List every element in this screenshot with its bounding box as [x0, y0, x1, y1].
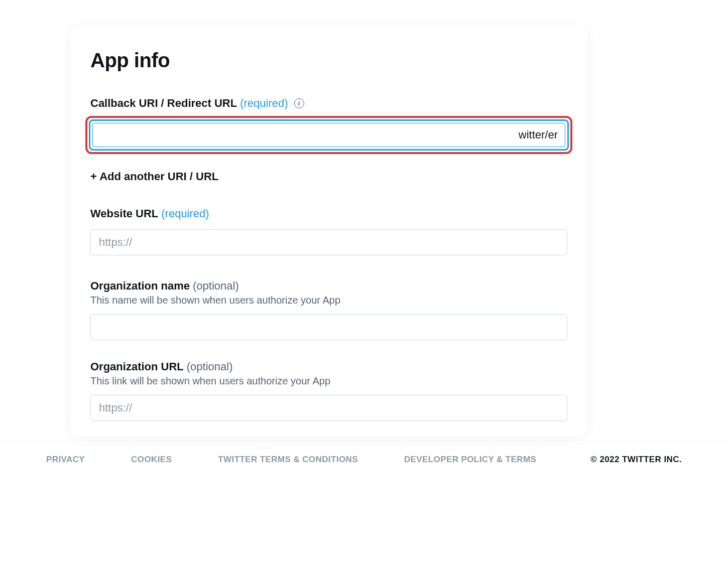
- org-name-label-row: Organization name (optional): [90, 279, 567, 293]
- footer-links: Privacy Cookies Twitter Terms & Conditio…: [46, 455, 536, 465]
- website-url-input[interactable]: [90, 229, 567, 255]
- org-name-hint: This name will be shown when users autho…: [90, 295, 567, 306]
- org-url-field-block: Organization URL (optional) This link wi…: [90, 360, 567, 421]
- callback-label-row: Callback URI / Redirect URL (required): [90, 97, 567, 110]
- org-name-optional-tag: (optional): [193, 279, 239, 293]
- callback-focus-ring: [89, 119, 569, 151]
- footer-copyright: © 2022 TWITTER INC.: [590, 455, 682, 465]
- page-footer: Privacy Cookies Twitter Terms & Conditio…: [0, 440, 728, 465]
- website-label-row: Website URL (required): [90, 207, 567, 220]
- org-name-input[interactable]: [90, 314, 567, 340]
- footer-link-dev-terms[interactable]: Developer Policy & Terms: [404, 455, 536, 465]
- org-url-label-row: Organization URL (optional): [90, 360, 567, 373]
- info-icon[interactable]: [294, 98, 304, 108]
- footer-link-privacy[interactable]: Privacy: [46, 455, 85, 465]
- website-required-tag: (required): [161, 207, 209, 220]
- callback-required-tag: (required): [240, 97, 288, 110]
- footer-link-terms[interactable]: Twitter Terms & Conditions: [218, 455, 358, 465]
- footer-link-cookies[interactable]: Cookies: [131, 455, 172, 465]
- section-title: App info: [90, 49, 567, 72]
- callback-field-block: Callback URI / Redirect URL (required) +…: [90, 97, 567, 183]
- callback-highlight-box: [85, 116, 572, 154]
- org-url-hint: This link will be shown when users autho…: [90, 375, 567, 387]
- callback-label: Callback URI / Redirect URL: [90, 97, 237, 110]
- org-url-label: Organization URL: [90, 360, 184, 373]
- website-label: Website URL: [90, 207, 158, 220]
- app-info-card: App info Callback URI / Redirect URL (re…: [70, 25, 587, 437]
- org-name-label: Organization name: [90, 279, 190, 293]
- org-url-input[interactable]: [90, 395, 567, 421]
- org-name-field-block: Organization name (optional) This name w…: [90, 279, 567, 340]
- callback-uri-input[interactable]: [92, 123, 565, 147]
- org-url-optional-tag: (optional): [187, 360, 233, 373]
- website-field-block: Website URL (required): [90, 207, 567, 255]
- add-uri-button[interactable]: + Add another URI / URL: [90, 170, 218, 183]
